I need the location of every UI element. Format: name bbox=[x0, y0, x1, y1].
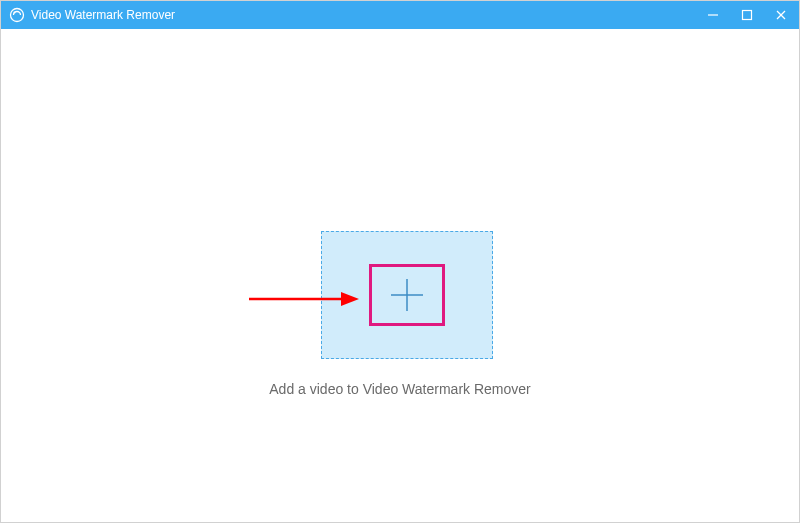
app-window: Video Watermark Remover bbox=[0, 0, 800, 523]
instruction-text: Add a video to Video Watermark Remover bbox=[1, 381, 799, 397]
maximize-button[interactable] bbox=[737, 5, 757, 25]
annotation-arrow-icon bbox=[249, 289, 359, 309]
svg-marker-9 bbox=[341, 292, 359, 306]
highlight-frame bbox=[369, 264, 445, 326]
app-logo-icon bbox=[9, 7, 25, 23]
svg-point-1 bbox=[14, 12, 16, 14]
svg-rect-3 bbox=[743, 11, 752, 20]
svg-point-0 bbox=[11, 9, 24, 22]
window-controls bbox=[703, 5, 791, 25]
plus-icon bbox=[387, 275, 427, 315]
close-button[interactable] bbox=[771, 5, 791, 25]
titlebar: Video Watermark Remover bbox=[1, 1, 799, 29]
app-title: Video Watermark Remover bbox=[31, 8, 175, 22]
content-area: Add a video to Video Watermark Remover bbox=[1, 29, 799, 522]
minimize-button[interactable] bbox=[703, 5, 723, 25]
